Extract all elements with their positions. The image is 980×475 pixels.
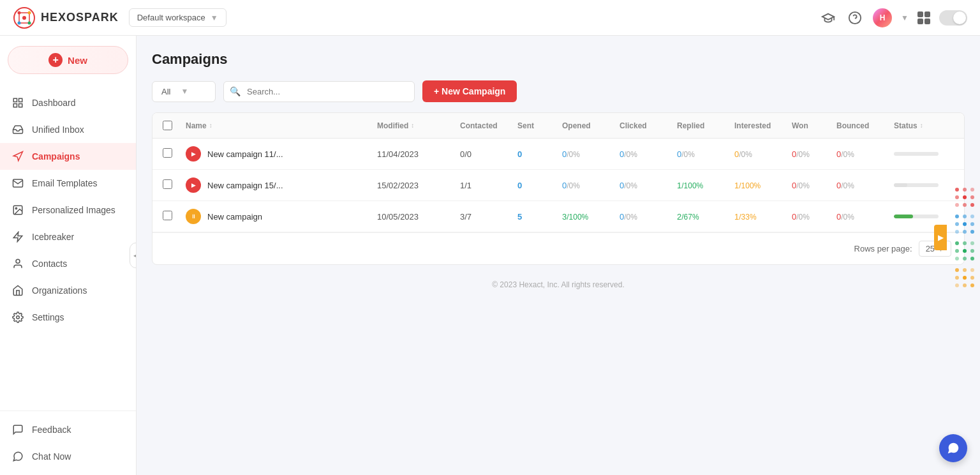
sidebar-item-label: Email Templates	[32, 178, 97, 188]
sidebar-collapse-button[interactable]: ◀	[130, 243, 137, 268]
sidebar-item-settings[interactable]: Settings	[0, 304, 136, 331]
sidebar-item-unified-inbox[interactable]: Unified Inbox	[0, 116, 136, 143]
campaign-status	[894, 152, 958, 156]
sidebar-item-label: Icebreaker	[32, 232, 74, 242]
svg-point-4	[28, 21, 31, 24]
svg-point-6	[22, 16, 26, 20]
sidebar-item-label: Dashboard	[32, 98, 76, 108]
avatar[interactable]: H	[873, 8, 892, 27]
campaign-modified: 15/02/2023	[377, 181, 460, 190]
right-float-buttons	[949, 181, 980, 294]
float-pattern-1[interactable]	[953, 186, 976, 209]
email-icon	[11, 177, 24, 190]
campaign-name[interactable]: New campaign 11/...	[207, 149, 283, 159]
workspace-selector[interactable]: Default workspace ▼	[129, 8, 226, 27]
page-title: Campaigns	[152, 51, 965, 68]
svg-point-14	[15, 207, 17, 209]
svg-point-48	[955, 276, 959, 280]
campaign-contacted: 3/7	[460, 212, 517, 222]
header-left: HEXOSPARK Default workspace ▼	[13, 6, 226, 29]
campaign-clicked: 0/0%	[620, 181, 677, 190]
toggle-switch[interactable]	[939, 10, 967, 26]
svg-point-45	[955, 268, 959, 272]
main-content: Campaigns All ▼ 🔍 + New Campaign Name	[137, 36, 980, 475]
sidebar-item-personalized-images[interactable]: Personalized Images	[0, 197, 136, 223]
sidebar-bottom: Feedback Chat Now	[0, 411, 136, 475]
search-input[interactable]	[223, 81, 415, 102]
svg-point-43	[963, 257, 967, 260]
th-interested: Interested	[734, 121, 792, 130]
float-pattern-4[interactable]	[953, 266, 976, 289]
th-checkbox	[163, 121, 186, 130]
chevron-down-icon: ▼	[181, 87, 188, 96]
svg-point-47	[970, 268, 974, 272]
svg-point-31	[963, 222, 967, 226]
table-footer: Rows per page: 25 ▼	[152, 232, 964, 264]
svg-rect-12	[19, 104, 22, 107]
comment-icon	[11, 423, 24, 436]
sidebar-item-label: Settings	[32, 312, 64, 322]
svg-point-52	[963, 283, 967, 287]
svg-marker-15	[13, 232, 22, 242]
person-icon	[11, 257, 24, 270]
row-select-checkbox[interactable]	[163, 179, 172, 189]
chevron-down-icon-header[interactable]: ▼	[901, 13, 909, 22]
campaign-status	[894, 215, 958, 218]
chat-bubble-button[interactable]	[939, 434, 967, 462]
campaign-contacted: 0/0	[460, 149, 517, 159]
svg-point-16	[16, 259, 20, 263]
svg-point-2	[18, 11, 21, 14]
float-pattern-3[interactable]	[953, 239, 976, 262]
help-icon[interactable]	[846, 9, 864, 27]
svg-point-21	[955, 195, 959, 199]
campaign-won: 0/0%	[792, 181, 836, 190]
th-modified: Modified ↕	[377, 121, 460, 130]
svg-point-51	[955, 283, 959, 287]
svg-point-3	[28, 11, 31, 14]
apps-icon[interactable]	[917, 11, 930, 24]
sort-icon: ↕	[209, 122, 212, 129]
graduation-icon[interactable]	[819, 9, 837, 27]
play-icon[interactable]: ▶	[186, 177, 201, 193]
campaign-opened: 3/100%	[562, 212, 620, 222]
svg-point-42	[955, 257, 959, 260]
campaign-name[interactable]: New campaign	[207, 212, 262, 222]
right-expand-button[interactable]: ▶	[934, 225, 947, 250]
pause-icon[interactable]: ⏸	[186, 209, 201, 224]
sidebar-item-dashboard[interactable]: Dashboard	[0, 89, 136, 116]
svg-point-20	[970, 188, 974, 192]
svg-rect-9	[13, 98, 17, 102]
campaign-bounced: 0/0%	[836, 149, 894, 159]
float-pattern-2[interactable]	[953, 213, 976, 236]
sidebar-item-email-templates[interactable]: Email Templates	[0, 170, 136, 197]
filter-dropdown[interactable]: All ▼	[152, 81, 216, 102]
campaign-modified: 11/04/2023	[377, 149, 460, 159]
sidebar-item-campaigns[interactable]: Campaigns	[0, 143, 136, 170]
th-clicked: Clicked	[620, 121, 677, 130]
select-all-checkbox[interactable]	[163, 121, 172, 130]
sidebar-item-contacts[interactable]: Contacts	[0, 250, 136, 277]
new-campaign-button[interactable]: + New Campaign	[422, 80, 517, 102]
sidebar-item-feedback[interactable]: Feedback	[0, 416, 136, 443]
new-button[interactable]: + New	[8, 46, 128, 74]
svg-point-39	[955, 249, 959, 253]
campaign-replied: 2/67%	[677, 212, 734, 222]
sidebar-item-organizations[interactable]: Organizations	[0, 277, 136, 304]
new-campaign-label: + New Campaign	[434, 86, 505, 96]
svg-point-30	[955, 222, 959, 226]
new-button-label: New	[68, 55, 87, 66]
sidebar-item-icebreaker[interactable]: Icebreaker	[0, 223, 136, 250]
rows-per-page-label: Rows per page:	[854, 244, 912, 253]
building-icon	[11, 284, 24, 297]
play-icon[interactable]: ▶	[186, 146, 201, 162]
top-header: HEXOSPARK Default workspace ▼ H ▼	[0, 0, 980, 36]
sidebar-item-chat-now[interactable]: Chat Now	[0, 443, 136, 470]
workspace-label: Default workspace	[137, 13, 205, 22]
table-header: Name ↕ Modified ↕ Contacted Sent Opened …	[152, 113, 964, 139]
row-select-checkbox[interactable]	[163, 148, 172, 158]
row-select-checkbox[interactable]	[163, 211, 172, 220]
svg-point-19	[963, 188, 967, 192]
svg-point-27	[955, 215, 959, 218]
toolbar: All ▼ 🔍 + New Campaign	[152, 80, 965, 102]
campaign-name[interactable]: New campaign 15/...	[207, 181, 283, 190]
